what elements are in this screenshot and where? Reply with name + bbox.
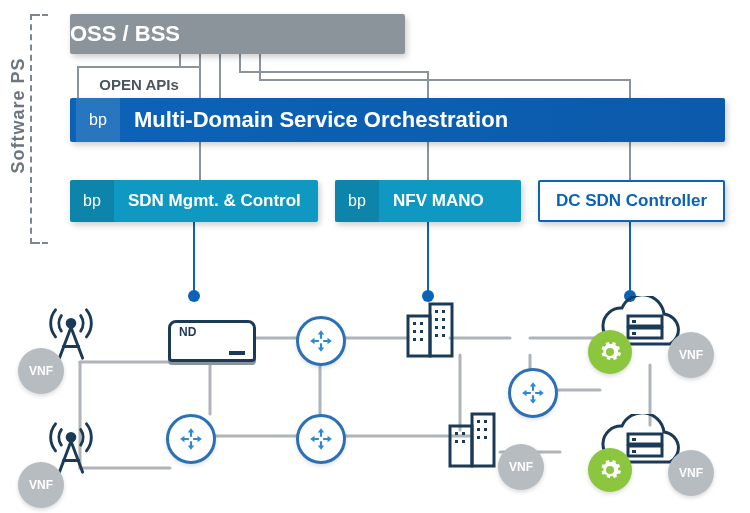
svg-rect-30 [413,338,416,341]
nfv-label: NFV MANO [393,191,521,211]
building-icon [402,298,458,358]
multi-domain-service-orchestration-block: bp Multi-Domain Service Orchestration [70,98,725,142]
svg-rect-51 [484,436,487,439]
oss-bss-block: OSS / BSS [70,14,405,54]
bp-tag: bp [335,180,379,222]
svg-rect-35 [442,318,445,321]
bp-tag: bp [70,180,114,222]
svg-rect-50 [477,436,480,439]
software-ps-boundary [30,14,40,244]
svg-rect-46 [477,420,480,423]
connector-dot [188,290,200,302]
gear-icon [588,448,632,492]
network-device-icon: ND [168,320,256,362]
svg-rect-54 [632,320,636,323]
svg-rect-26 [413,322,416,325]
vnf-badge: VNF [668,450,714,496]
gear-icon [588,330,632,374]
svg-rect-33 [442,310,445,313]
svg-rect-32 [435,310,438,313]
building-icon [444,408,500,468]
svg-rect-36 [435,326,438,329]
svg-rect-25 [430,304,452,356]
svg-rect-24 [408,316,430,356]
svg-rect-34 [435,318,438,321]
sdn-mgmt-control-block: bp SDN Mgmt. & Control [70,180,318,222]
nfv-mano-block: bp NFV MANO [335,180,521,222]
diagram-canvas: Software PS OSS / BSS OPEN APIs bp Multi… [0,0,750,513]
dc-sdn-controller-block: DC SDN Controller [538,180,725,222]
svg-rect-38 [435,334,438,337]
vnf-badge: VNF [18,348,64,394]
svg-rect-37 [442,326,445,329]
svg-rect-49 [484,428,487,431]
router-icon [296,316,346,366]
svg-rect-27 [420,322,423,325]
router-icon [166,414,216,464]
vnf-badge: VNF [18,462,64,508]
router-icon [508,368,558,418]
open-apis-label: OPEN APIs [99,76,178,93]
svg-rect-29 [420,330,423,333]
svg-rect-40 [450,426,472,466]
svg-rect-31 [420,338,423,341]
svg-rect-48 [477,428,480,431]
svg-rect-39 [442,334,445,337]
svg-rect-44 [455,440,458,443]
svg-rect-45 [462,440,465,443]
sdn-label: SDN Mgmt. & Control [128,191,318,211]
vnf-badge: VNF [668,332,714,378]
router-icon [296,414,346,464]
software-ps-sidebar-label: Software PS [8,10,28,220]
svg-rect-47 [484,420,487,423]
svg-rect-58 [632,438,636,441]
svg-rect-59 [632,450,636,453]
bp-tag: bp [76,98,120,142]
svg-rect-55 [632,332,636,335]
mdso-label: Multi-Domain Service Orchestration [134,107,725,133]
vnf-badge: VNF [498,444,544,490]
nd-label: ND [179,325,196,339]
dcsdn-label: DC SDN Controller [540,191,723,211]
svg-rect-42 [455,432,458,435]
oss-bss-label: OSS / BSS [70,21,405,47]
open-apis-tab: OPEN APIs [77,66,201,102]
svg-rect-41 [472,414,494,466]
svg-rect-28 [413,330,416,333]
svg-rect-43 [462,432,465,435]
